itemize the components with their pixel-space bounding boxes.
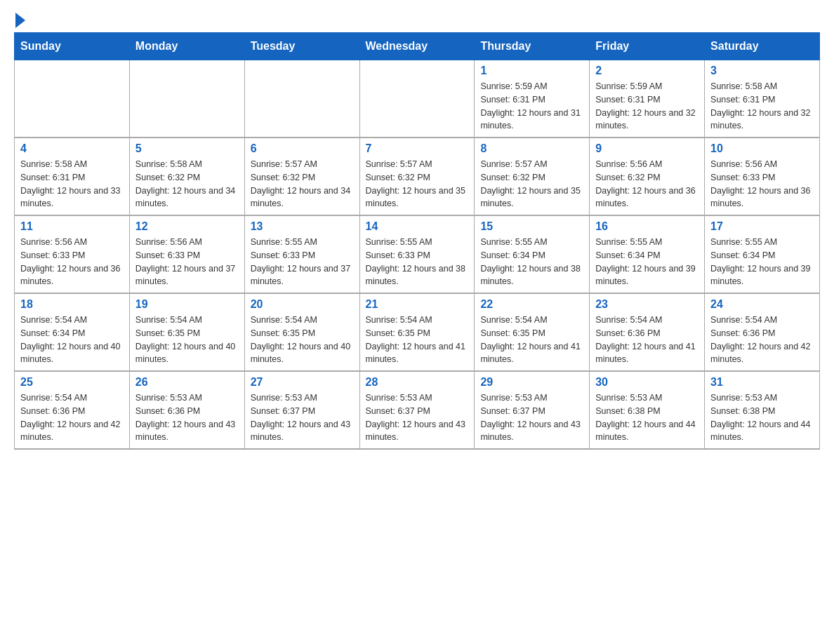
calendar-header-saturday: Saturday <box>705 33 820 60</box>
day-number: 14 <box>366 220 469 233</box>
calendar-cell: 19Sunrise: 5:54 AMSunset: 6:35 PMDayligh… <box>129 293 244 371</box>
calendar-cell: 14Sunrise: 5:55 AMSunset: 6:33 PMDayligh… <box>359 215 475 293</box>
day-number: 22 <box>480 298 583 311</box>
calendar-cell: 16Sunrise: 5:55 AMSunset: 6:34 PMDayligh… <box>590 215 705 293</box>
day-info: Sunrise: 5:54 AMSunset: 6:35 PMDaylight:… <box>366 314 469 366</box>
calendar-header-monday: Monday <box>129 33 244 60</box>
day-info: Sunrise: 5:53 AMSunset: 6:37 PMDaylight:… <box>480 391 583 444</box>
day-number: 12 <box>135 220 239 233</box>
calendar-cell: 2Sunrise: 5:59 AMSunset: 6:31 PMDaylight… <box>590 60 705 138</box>
calendar-cell: 9Sunrise: 5:56 AMSunset: 6:32 PMDaylight… <box>590 137 705 215</box>
day-info: Sunrise: 5:55 AMSunset: 6:34 PMDaylight:… <box>595 236 699 288</box>
calendar-week-row: 25Sunrise: 5:54 AMSunset: 6:36 PMDayligh… <box>15 371 820 449</box>
calendar-cell: 15Sunrise: 5:55 AMSunset: 6:34 PMDayligh… <box>475 215 590 293</box>
day-number: 26 <box>135 376 239 389</box>
calendar-cell <box>129 60 244 138</box>
day-info: Sunrise: 5:59 AMSunset: 6:31 PMDaylight:… <box>480 80 583 133</box>
calendar-cell: 30Sunrise: 5:53 AMSunset: 6:38 PMDayligh… <box>590 371 705 449</box>
day-info: Sunrise: 5:54 AMSunset: 6:34 PMDaylight:… <box>20 314 124 366</box>
calendar-cell: 3Sunrise: 5:58 AMSunset: 6:31 PMDaylight… <box>705 60 820 138</box>
day-info: Sunrise: 5:54 AMSunset: 6:35 PMDaylight:… <box>480 314 583 366</box>
calendar-week-row: 4Sunrise: 5:58 AMSunset: 6:31 PMDaylight… <box>15 137 820 215</box>
day-info: Sunrise: 5:54 AMSunset: 6:35 PMDaylight:… <box>135 314 239 366</box>
calendar-week-row: 11Sunrise: 5:56 AMSunset: 6:33 PMDayligh… <box>15 215 820 293</box>
day-number: 19 <box>135 298 239 311</box>
calendar-cell: 12Sunrise: 5:56 AMSunset: 6:33 PMDayligh… <box>129 215 244 293</box>
day-number: 15 <box>480 220 583 233</box>
day-info: Sunrise: 5:56 AMSunset: 6:32 PMDaylight:… <box>595 158 699 210</box>
day-info: Sunrise: 5:55 AMSunset: 6:34 PMDaylight:… <box>480 236 583 288</box>
day-info: Sunrise: 5:54 AMSunset: 6:35 PMDaylight:… <box>251 314 354 366</box>
calendar-cell: 18Sunrise: 5:54 AMSunset: 6:34 PMDayligh… <box>15 293 130 371</box>
day-number: 31 <box>710 376 814 389</box>
day-number: 24 <box>710 298 814 311</box>
day-info: Sunrise: 5:53 AMSunset: 6:38 PMDaylight:… <box>710 391 814 444</box>
day-info: Sunrise: 5:58 AMSunset: 6:32 PMDaylight:… <box>135 158 239 210</box>
day-info: Sunrise: 5:53 AMSunset: 6:38 PMDaylight:… <box>595 391 699 444</box>
day-number: 23 <box>595 298 699 311</box>
calendar-cell <box>359 60 475 138</box>
day-info: Sunrise: 5:55 AMSunset: 6:34 PMDaylight:… <box>710 236 814 288</box>
calendar-cell: 1Sunrise: 5:59 AMSunset: 6:31 PMDaylight… <box>475 60 590 138</box>
day-number: 27 <box>251 376 354 389</box>
calendar-cell: 27Sunrise: 5:53 AMSunset: 6:37 PMDayligh… <box>244 371 359 449</box>
calendar-week-row: 18Sunrise: 5:54 AMSunset: 6:34 PMDayligh… <box>15 293 820 371</box>
calendar-cell: 24Sunrise: 5:54 AMSunset: 6:36 PMDayligh… <box>705 293 820 371</box>
calendar-cell: 25Sunrise: 5:54 AMSunset: 6:36 PMDayligh… <box>15 371 130 449</box>
day-number: 10 <box>710 142 814 155</box>
day-number: 6 <box>251 142 354 155</box>
day-info: Sunrise: 5:57 AMSunset: 6:32 PMDaylight:… <box>480 158 583 210</box>
day-number: 29 <box>480 376 583 389</box>
day-number: 9 <box>595 142 699 155</box>
day-number: 25 <box>20 376 124 389</box>
calendar-cell: 20Sunrise: 5:54 AMSunset: 6:35 PMDayligh… <box>244 293 359 371</box>
day-info: Sunrise: 5:53 AMSunset: 6:36 PMDaylight:… <box>135 391 239 444</box>
calendar-cell: 28Sunrise: 5:53 AMSunset: 6:37 PMDayligh… <box>359 371 475 449</box>
day-info: Sunrise: 5:56 AMSunset: 6:33 PMDaylight:… <box>710 158 814 210</box>
day-number: 17 <box>710 220 814 233</box>
calendar-header-sunday: Sunday <box>15 33 130 60</box>
day-number: 4 <box>20 142 124 155</box>
calendar-header-wednesday: Wednesday <box>359 33 475 60</box>
calendar-cell: 17Sunrise: 5:55 AMSunset: 6:34 PMDayligh… <box>705 215 820 293</box>
logo <box>14 14 25 25</box>
day-info: Sunrise: 5:54 AMSunset: 6:36 PMDaylight:… <box>710 314 814 366</box>
day-info: Sunrise: 5:53 AMSunset: 6:37 PMDaylight:… <box>251 391 354 444</box>
day-info: Sunrise: 5:56 AMSunset: 6:33 PMDaylight:… <box>135 236 239 288</box>
calendar-header-tuesday: Tuesday <box>244 33 359 60</box>
day-info: Sunrise: 5:56 AMSunset: 6:33 PMDaylight:… <box>20 236 124 288</box>
day-number: 30 <box>595 376 699 389</box>
day-number: 11 <box>20 220 124 233</box>
day-info: Sunrise: 5:54 AMSunset: 6:36 PMDaylight:… <box>20 391 124 444</box>
calendar-cell: 31Sunrise: 5:53 AMSunset: 6:38 PMDayligh… <box>705 371 820 449</box>
calendar-cell: 11Sunrise: 5:56 AMSunset: 6:33 PMDayligh… <box>15 215 130 293</box>
day-number: 3 <box>710 65 814 77</box>
day-number: 1 <box>480 65 583 77</box>
calendar-cell: 7Sunrise: 5:57 AMSunset: 6:32 PMDaylight… <box>359 137 475 215</box>
day-number: 2 <box>595 65 699 77</box>
calendar-week-row: 1Sunrise: 5:59 AMSunset: 6:31 PMDaylight… <box>15 60 820 138</box>
day-info: Sunrise: 5:55 AMSunset: 6:33 PMDaylight:… <box>366 236 469 288</box>
logo-arrow-icon <box>15 13 25 28</box>
day-info: Sunrise: 5:58 AMSunset: 6:31 PMDaylight:… <box>20 158 124 210</box>
day-info: Sunrise: 5:57 AMSunset: 6:32 PMDaylight:… <box>366 158 469 210</box>
calendar-cell: 21Sunrise: 5:54 AMSunset: 6:35 PMDayligh… <box>359 293 475 371</box>
calendar-cell: 23Sunrise: 5:54 AMSunset: 6:36 PMDayligh… <box>590 293 705 371</box>
calendar-table: SundayMondayTuesdayWednesdayThursdayFrid… <box>14 32 820 450</box>
calendar-cell: 5Sunrise: 5:58 AMSunset: 6:32 PMDaylight… <box>129 137 244 215</box>
calendar-cell: 6Sunrise: 5:57 AMSunset: 6:32 PMDaylight… <box>244 137 359 215</box>
calendar-header-friday: Friday <box>590 33 705 60</box>
calendar-cell <box>244 60 359 138</box>
day-info: Sunrise: 5:55 AMSunset: 6:33 PMDaylight:… <box>251 236 354 288</box>
day-number: 8 <box>480 142 583 155</box>
calendar-cell: 13Sunrise: 5:55 AMSunset: 6:33 PMDayligh… <box>244 215 359 293</box>
calendar-header-thursday: Thursday <box>475 33 590 60</box>
day-number: 20 <box>251 298 354 311</box>
day-info: Sunrise: 5:57 AMSunset: 6:32 PMDaylight:… <box>251 158 354 210</box>
day-number: 18 <box>20 298 124 311</box>
calendar-cell: 22Sunrise: 5:54 AMSunset: 6:35 PMDayligh… <box>475 293 590 371</box>
calendar-cell: 4Sunrise: 5:58 AMSunset: 6:31 PMDaylight… <box>15 137 130 215</box>
day-number: 7 <box>366 142 469 155</box>
day-number: 28 <box>366 376 469 389</box>
day-number: 5 <box>135 142 239 155</box>
